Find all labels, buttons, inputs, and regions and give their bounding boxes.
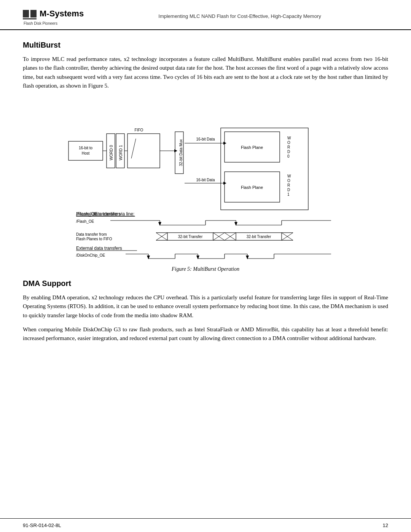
svg-text:Flash Planes to FIFO: Flash Planes to FIFO (76, 237, 112, 241)
svg-rect-0 (23, 10, 29, 18)
svg-marker-23 (223, 142, 226, 145)
logo-area: M-Systems Flash Disk Pioneers (23, 7, 91, 26)
dma-paragraph-2: When comparing Mobile DiskOnChip G3 to r… (23, 325, 388, 343)
dma-heading: DMA Support (23, 279, 388, 288)
svg-text:/DiskOnChip_OE: /DiskOnChip_OE (76, 253, 105, 257)
multiburst-diagram: 16-bit to Host WORD 0 WORD 1 FIFO 32-bit… (57, 99, 354, 263)
svg-text:FIFO: FIFO (135, 128, 143, 132)
svg-line-12 (131, 139, 136, 158)
svg-text:16-bit Data: 16-bit Data (196, 178, 215, 182)
svg-text:R: R (287, 145, 290, 149)
svg-text:D: D (287, 150, 290, 154)
logo-tagline: Flash Disk Pioneers (23, 21, 57, 26)
svg-text:Internal data transfers: Internal data transfers (76, 211, 121, 217)
svg-text:WORD 1: WORD 1 (119, 145, 123, 160)
svg-text:O: O (287, 179, 290, 183)
footer-page-number: 12 (383, 522, 388, 528)
svg-text:1: 1 (287, 192, 290, 197)
footer-doc-number: 91-SR-014-02-8L (23, 522, 61, 528)
svg-text:R: R (287, 183, 290, 187)
dma-paragraph-1: By enabling DMA operation, x2 technology… (23, 293, 388, 320)
svg-text:Flash Plane: Flash Plane (241, 185, 263, 190)
svg-text:/Flash_OE: /Flash_OE (76, 219, 94, 224)
svg-text:0: 0 (287, 154, 290, 158)
page: M-Systems Flash Disk Pioneers Implementi… (0, 0, 411, 532)
svg-text:W: W (287, 136, 291, 140)
svg-rect-39 (221, 128, 308, 210)
logo-title: M-Systems (23, 7, 84, 21)
logo-company-name: M-Systems (40, 9, 84, 19)
svg-marker-18 (174, 149, 177, 152)
header-doc-title: Implementing MLC NAND Flash for Cost-Eff… (91, 13, 388, 19)
svg-text:16-bit to: 16-bit to (79, 146, 93, 150)
svg-text:Data transfer from: Data transfer from (76, 232, 107, 236)
svg-marker-33 (223, 182, 226, 185)
content: MultiBurst To improve MLC read performan… (0, 33, 411, 356)
footer: 91-SR-014-02-8L 12 (0, 518, 411, 532)
svg-rect-2 (23, 18, 37, 19)
svg-text:32-bit  Transfer: 32-bit Transfer (178, 235, 203, 239)
multiburst-paragraph-1: To improve MLC read performance rates, x… (23, 55, 388, 90)
svg-text:Host: Host (82, 151, 90, 155)
svg-text:16-bit Data: 16-bit Data (196, 137, 215, 141)
svg-text:O: O (287, 141, 290, 145)
svg-rect-11 (127, 134, 160, 168)
logo-icon (23, 7, 37, 21)
svg-rect-3 (68, 141, 103, 160)
svg-text:D: D (287, 188, 290, 192)
svg-text:Flash Plane: Flash Plane (241, 145, 263, 150)
svg-text:32-bit  Transfer: 32-bit Transfer (247, 235, 271, 239)
header: M-Systems Flash Disk Pioneers Implementi… (0, 0, 411, 30)
svg-rect-1 (30, 10, 37, 18)
multiburst-heading: MultiBurst (23, 41, 388, 50)
svg-text:32-bit Data Mux: 32-bit Data Mux (179, 139, 183, 166)
svg-text:External data transfers: External data transfers (76, 246, 122, 251)
svg-text:WORD 0: WORD 0 (109, 145, 113, 160)
figure-caption: Figure 5: MultiBurst Operation (172, 266, 239, 272)
svg-text:W: W (287, 174, 291, 178)
figure-5: 16-bit to Host WORD 0 WORD 1 FIFO 32-bit… (23, 99, 388, 272)
